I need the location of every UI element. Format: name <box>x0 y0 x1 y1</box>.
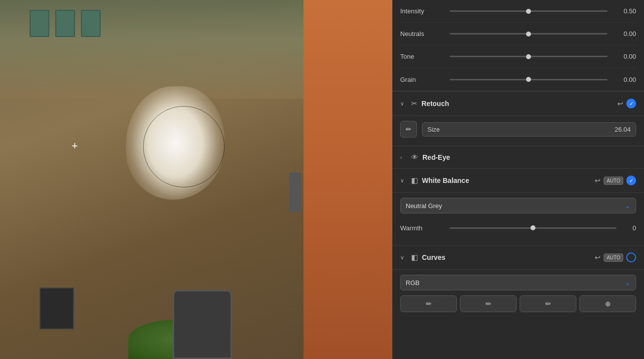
slider-value: 0.50 <box>612 7 636 15</box>
wb-undo-icon[interactable]: ↩ <box>595 177 601 184</box>
bg-lamp <box>289 173 301 212</box>
retouch-check-icon[interactable]: ✓ <box>626 99 636 108</box>
size-label: Size <box>427 126 440 133</box>
curves-channel-value: RGB <box>406 279 419 287</box>
bg-arch-window <box>173 290 232 359</box>
wb-body: Neutral Grey ⌄ Warmth 0 <box>392 193 644 246</box>
curves-add-point-button[interactable]: ⊕ <box>579 295 636 312</box>
retouch-actions: ↩ ✓ <box>617 99 636 108</box>
slider-thumb <box>526 9 531 14</box>
wb-warmth-thumb <box>530 225 535 230</box>
retouch-body: ✏ Size 26.04 <box>392 116 644 146</box>
panel-scroll[interactable]: Intensity0.50Neutrals0.00Tone0.00Grain0.… <box>392 0 644 359</box>
curves-auto-badge[interactable]: AUTO <box>604 253 623 262</box>
slider-value: 0.00 <box>612 30 636 37</box>
retouch-size-display: Size 26.04 <box>422 122 636 137</box>
slider-label: Intensity <box>400 7 445 15</box>
curves-body: RGB ⌄ ✏ ✏ ✏ ⊕ <box>392 270 644 320</box>
adjustment-panel: Intensity0.50Neutrals0.00Tone0.00Grain0.… <box>392 0 644 359</box>
slider-label: Grain <box>400 76 445 83</box>
curves-undo-icon[interactable]: ↩ <box>595 253 601 261</box>
red-eye-section-header[interactable]: › 👁 Red-Eye <box>392 146 644 169</box>
wb-preset-dropdown[interactable]: Neutral Grey ⌄ <box>400 198 636 214</box>
red-eye-title: Red-Eye <box>422 153 636 161</box>
slider-label: Neutrals <box>400 30 445 37</box>
bg-windows-top <box>30 10 101 37</box>
slider-value: 0.00 <box>612 53 636 60</box>
retouch-chevron-icon: ∨ <box>400 101 407 107</box>
curves-pencil3-button[interactable]: ✏ <box>520 295 576 312</box>
slider-track <box>450 79 607 80</box>
slider-thumb <box>526 77 531 82</box>
curves-pencil1-button[interactable]: ✏ <box>400 295 457 312</box>
slider-track-container[interactable] <box>450 33 607 35</box>
wb-check-icon[interactable]: ✓ <box>626 176 636 185</box>
curves-chevron-icon: ∨ <box>400 254 407 261</box>
retouch-brush-button[interactable]: ✏ <box>400 121 417 138</box>
bg-window <box>55 10 75 37</box>
slider-track-container[interactable] <box>450 79 607 80</box>
retouch-tool-row: ✏ Size 26.04 <box>400 121 636 138</box>
curves-loading-icon <box>626 252 636 262</box>
sliders-section: Intensity0.50Neutrals0.00Tone0.00Grain0.… <box>392 0 644 91</box>
slider-row: Neutrals0.00 <box>400 23 636 45</box>
curves-dropdown-arrow-icon: ⌄ <box>625 279 631 287</box>
bg-window <box>30 10 49 37</box>
wb-preset-value: Neutral Grey <box>406 202 442 210</box>
retouch-section-header[interactable]: ∨ ✂ Retouch ↩ ✓ <box>392 92 644 116</box>
slider-row: Tone0.00 <box>400 45 636 68</box>
slider-track <box>450 10 607 12</box>
slider-row: Intensity0.50 <box>400 0 636 23</box>
slider-track <box>450 56 607 57</box>
slider-track <box>450 33 607 35</box>
crosshair-cursor: + <box>72 141 78 151</box>
wb-dropdown-row: Neutral Grey ⌄ <box>400 198 636 214</box>
wb-auto-badge[interactable]: AUTO <box>604 177 623 185</box>
curves-tool-icon: ◧ <box>411 253 418 262</box>
wb-section-header[interactable]: ∨ ◧ White Balance ↩ AUTO ✓ <box>392 169 644 193</box>
size-value: 26.04 <box>614 126 631 133</box>
slider-track-container[interactable] <box>450 56 607 57</box>
curves-section-header[interactable]: ∨ ◧ Curves ↩ AUTO <box>392 246 644 270</box>
retouch-undo-icon[interactable]: ↩ <box>617 100 623 108</box>
wb-warmth-label: Warmth <box>400 224 445 232</box>
curves-pencil2-button[interactable]: ✏ <box>460 295 517 312</box>
slider-thumb <box>526 54 531 59</box>
wb-warmth-row: Warmth 0 <box>400 218 636 237</box>
slider-label: Tone <box>400 53 445 60</box>
curves-tools-row: ✏ ✏ ✏ ⊕ <box>400 295 636 312</box>
bg-window <box>81 10 101 37</box>
wb-actions: ↩ AUTO ✓ <box>595 176 636 185</box>
curves-channel-dropdown[interactable]: RGB ⌄ <box>400 275 636 290</box>
red-eye-tool-icon: 👁 <box>411 153 418 161</box>
wb-chevron-icon: ∨ <box>400 178 407 184</box>
wb-title: White Balance <box>422 177 591 184</box>
slider-row: Grain0.00 <box>400 68 636 91</box>
wb-warmth-slider[interactable] <box>450 227 616 229</box>
curves-title: Curves <box>422 253 591 261</box>
red-eye-chevron-icon: › <box>400 154 407 160</box>
retouch-circle <box>143 106 225 187</box>
wb-warmth-value: 0 <box>621 224 636 232</box>
wb-tool-icon: ◧ <box>411 176 418 185</box>
slider-track-container[interactable] <box>450 10 607 12</box>
bg-small-window <box>39 287 74 329</box>
retouch-title: Retouch <box>421 100 613 108</box>
photo-canvas: + <box>0 0 392 359</box>
bg-right-building <box>303 0 392 359</box>
retouch-tool-icon: ✂ <box>411 99 417 108</box>
wb-dropdown-arrow-icon: ⌄ <box>625 202 631 210</box>
curves-actions: ↩ AUTO <box>595 252 636 262</box>
slider-thumb <box>526 32 531 36</box>
slider-value: 0.00 <box>612 76 636 83</box>
